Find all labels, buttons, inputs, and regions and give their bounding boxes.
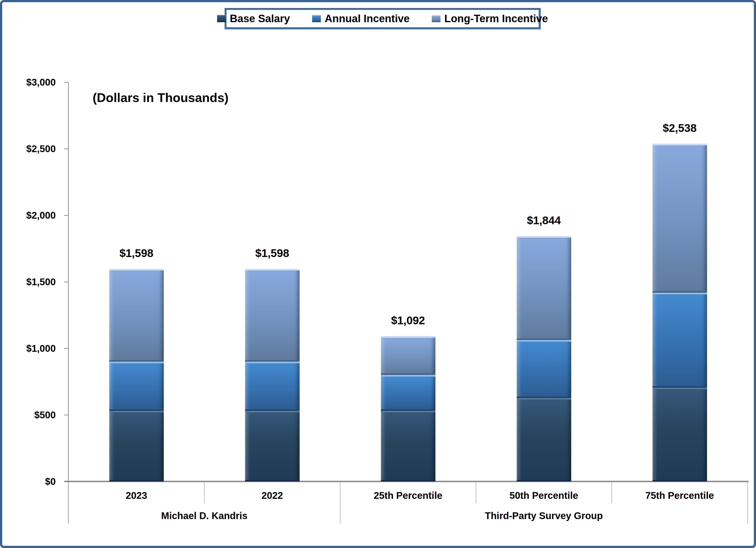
bar-segment-base-salary xyxy=(109,411,164,481)
bar-segment-base-salary xyxy=(381,411,435,481)
y-tick-label: $0 xyxy=(7,477,56,486)
y-tick-label: $1,000 xyxy=(7,343,56,353)
legend-label: Base Salary xyxy=(230,13,290,24)
bar-segment-annual-incentive xyxy=(109,362,164,411)
bar-total-label: $2,538 xyxy=(632,123,728,134)
axis-group-label: Michael D. Kandris xyxy=(69,511,340,520)
bar-segment-long-term-incentive xyxy=(517,236,571,340)
y-tick xyxy=(64,281,68,282)
bar-segment-annual-incentive xyxy=(381,375,435,411)
legend-item: Annual Incentive xyxy=(312,13,410,24)
legend-swatch-icon xyxy=(312,15,321,22)
y-tick xyxy=(64,415,68,415)
bar-segment-long-term-incentive xyxy=(653,144,707,293)
legend-swatch-icon xyxy=(432,15,440,22)
bar-segment-long-term-incentive xyxy=(109,269,164,362)
y-tick xyxy=(64,348,68,349)
category-label: 50th Percentile xyxy=(476,491,612,500)
category-label: 2023 xyxy=(69,491,204,500)
axis-group-label: Third-Party Survey Group xyxy=(340,511,748,520)
bar-segment-long-term-incentive xyxy=(381,336,435,375)
legend-label: Long-Term Incentive xyxy=(444,13,548,24)
legend-item: Base Salary xyxy=(217,13,290,24)
legend-label: Annual Incentive xyxy=(325,13,410,24)
y-tick xyxy=(64,149,68,149)
bar-segment-annual-incentive xyxy=(245,362,300,411)
category-label: 25th Percentile xyxy=(340,491,476,500)
bar-segment-base-salary xyxy=(517,398,571,481)
category-label: 75th Percentile xyxy=(612,491,748,500)
bar-segment-base-salary xyxy=(245,411,300,481)
y-tick-label: $1,500 xyxy=(7,277,56,286)
legend-item: Long-Term Incentive xyxy=(432,13,548,24)
y-tick-label: $500 xyxy=(7,410,56,420)
bar-segment-annual-incentive xyxy=(653,293,707,388)
category-label: 2022 xyxy=(204,491,340,500)
bar-segment-annual-incentive xyxy=(517,340,571,398)
bar-segment-base-salary xyxy=(653,388,707,481)
y-tick xyxy=(64,215,68,216)
y-tick-label: $2,500 xyxy=(7,144,56,154)
bar-total-label: $1,598 xyxy=(88,248,185,259)
bar-total-label: $1,844 xyxy=(496,215,592,226)
units-note: (Dollars in Thousands) xyxy=(93,91,228,104)
y-tick-label: $2,000 xyxy=(7,211,56,220)
chart-frame: Base SalaryAnnual IncentiveLong-Term Inc… xyxy=(0,0,756,548)
bar-segment-long-term-incentive xyxy=(245,269,300,362)
legend-swatch-icon xyxy=(217,15,226,22)
y-tick-label: $3,000 xyxy=(7,77,56,87)
y-tick xyxy=(64,82,68,83)
bar-total-label: $1,092 xyxy=(360,315,456,326)
legend: Base SalaryAnnual IncentiveLong-Term Inc… xyxy=(225,8,541,29)
bar-total-label: $1,598 xyxy=(224,248,321,259)
